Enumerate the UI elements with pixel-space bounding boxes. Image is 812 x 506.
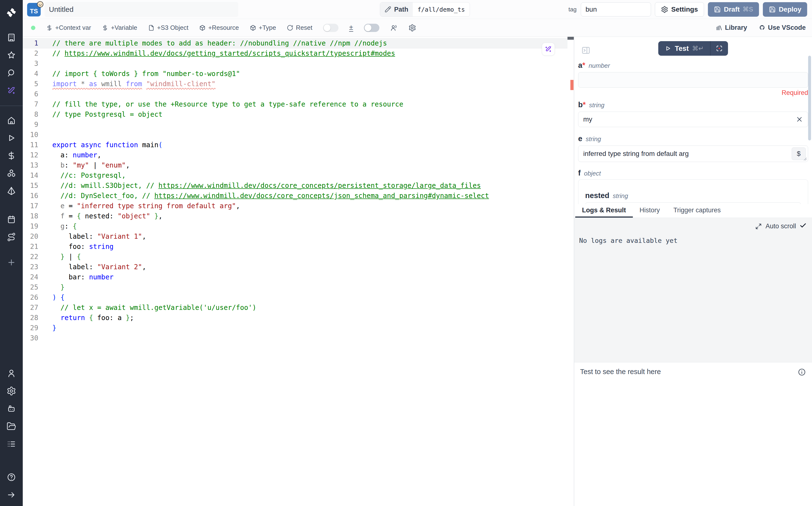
tab-trigger-captures[interactable]: Trigger captures bbox=[667, 204, 728, 218]
help-icon[interactable] bbox=[0, 468, 23, 486]
code-line-14[interactable]: 14 //c: Postgresql, bbox=[23, 170, 574, 181]
add-type-button[interactable]: +Type bbox=[250, 24, 276, 31]
result-tabs: Logs & Result History Trigger captures bbox=[574, 204, 812, 218]
tag-label: tag bbox=[568, 6, 576, 13]
code-line-19[interactable]: 19 g: { bbox=[23, 221, 574, 232]
form-scrollbar[interactable] bbox=[808, 56, 811, 141]
field-e-input[interactable] bbox=[578, 146, 808, 162]
code-line-29[interactable]: 29} bbox=[23, 323, 574, 333]
tab-history[interactable]: History bbox=[633, 204, 667, 218]
dollar-icon[interactable] bbox=[0, 147, 23, 164]
gear-icon[interactable] bbox=[0, 382, 23, 400]
add-variable-button[interactable]: +Variable bbox=[102, 24, 137, 31]
diff-toggle[interactable] bbox=[323, 24, 339, 32]
code-line-10[interactable]: 10 bbox=[23, 130, 574, 140]
code-lines[interactable]: 1// there are multiple modes to add as h… bbox=[23, 37, 574, 343]
route-icon[interactable] bbox=[0, 228, 23, 246]
boxes-icon[interactable] bbox=[0, 164, 23, 182]
star-icon[interactable] bbox=[0, 46, 23, 64]
line-number: 21 bbox=[23, 242, 38, 252]
code-line-5[interactable]: 5import * as wmill from "windmill-client… bbox=[23, 79, 574, 89]
use-vscode-button[interactable]: Use VScode bbox=[759, 24, 806, 31]
add-resource-button[interactable]: +Resource bbox=[199, 24, 239, 31]
user-icon[interactable] bbox=[0, 364, 23, 382]
test-button[interactable]: Test ⌘↵ bbox=[658, 41, 710, 56]
field-a-input[interactable] bbox=[578, 72, 808, 88]
calendar-icon[interactable] bbox=[0, 210, 23, 228]
resize-handle-icon[interactable] bbox=[803, 157, 807, 161]
code-line-20[interactable]: 20 label: "Variant 1", bbox=[23, 232, 574, 242]
args-form: Test ⌘↵ a* number bbox=[574, 37, 812, 204]
line-number: 25 bbox=[23, 282, 38, 292]
code-line-17[interactable]: 17 e = "inferred type string from defaul… bbox=[23, 201, 574, 211]
code-line-6[interactable]: 6 bbox=[23, 89, 574, 99]
code-line-15[interactable]: 15 //d: wmill.S3Object, // https://www.w… bbox=[23, 181, 574, 191]
code-line-8[interactable]: 8// type Postgresql = object bbox=[23, 109, 574, 119]
add-context-var-button[interactable]: +Context var bbox=[46, 24, 91, 31]
code-line-11[interactable]: 11export async function main( bbox=[23, 140, 574, 150]
list-icon[interactable] bbox=[0, 435, 23, 453]
settings-button[interactable]: Settings bbox=[655, 2, 704, 17]
code-line-4[interactable]: 4// import { toWords } from "number-to-w… bbox=[23, 69, 574, 79]
field-nested-input[interactable] bbox=[585, 202, 801, 204]
code-line-30[interactable]: 30 bbox=[23, 333, 574, 343]
scrollbar-thumb[interactable] bbox=[567, 37, 574, 40]
auto-scroll-toggle[interactable]: Auto scroll bbox=[755, 222, 807, 231]
code-line-24[interactable]: 24 bar: number bbox=[23, 272, 574, 282]
windmill-logo-icon[interactable] bbox=[0, 3, 23, 22]
code-line-21[interactable]: 21 foo: string bbox=[23, 242, 574, 252]
search-icon[interactable] bbox=[0, 64, 23, 82]
path-button[interactable]: Path f/all/demo_ts bbox=[380, 2, 470, 17]
clear-icon[interactable] bbox=[796, 115, 803, 123]
collapse-panel-icon[interactable] bbox=[581, 46, 591, 56]
tag-input[interactable] bbox=[581, 2, 651, 16]
code-line-25[interactable]: 25 } bbox=[23, 282, 574, 292]
capture-test-button[interactable] bbox=[710, 41, 728, 56]
plus-minus-button[interactable]: ± bbox=[349, 24, 353, 32]
code-line-23[interactable]: 23 label: "Variant 2", bbox=[23, 262, 574, 272]
draft-label: Draft bbox=[724, 6, 740, 13]
run-as-user-toggle[interactable] bbox=[364, 24, 379, 32]
field-a-required-note: Required bbox=[578, 89, 808, 97]
code-line-12[interactable]: 12 a: number, bbox=[23, 150, 574, 160]
code-line-28[interactable]: 28 return { foo: a }; bbox=[23, 313, 574, 323]
code-line-7[interactable]: 7// fill the type, or use the +Resource … bbox=[23, 99, 574, 109]
folder-icon[interactable] bbox=[0, 417, 23, 435]
plus-icon[interactable] bbox=[0, 253, 23, 271]
bot-icon[interactable] bbox=[0, 400, 23, 417]
library-button[interactable]: Library bbox=[716, 24, 747, 31]
tab-logs-result[interactable]: Logs & Result bbox=[575, 204, 633, 218]
code-line-9[interactable]: 9 bbox=[23, 119, 574, 130]
info-icon[interactable] bbox=[798, 368, 806, 377]
code-editor[interactable]: 1// there are multiple modes to add as h… bbox=[23, 37, 574, 506]
add-s3-object-button[interactable]: +S3 Object bbox=[148, 24, 188, 31]
ai-assistant-button[interactable] bbox=[542, 43, 555, 56]
code-line-26[interactable]: 26) { bbox=[23, 292, 574, 303]
line-number: 9 bbox=[23, 119, 38, 130]
code-line-22[interactable]: 22 } | { bbox=[23, 252, 574, 262]
draft-button[interactable]: Draft ⌘S bbox=[708, 2, 759, 17]
code-line-16[interactable]: 16 //d: DynSelect_foo, // https://www.wi… bbox=[23, 191, 574, 201]
code-line-27[interactable]: 27 // let x = await wmill.getVariable('u… bbox=[23, 303, 574, 313]
reset-button[interactable]: Reset bbox=[287, 24, 312, 31]
code-line-1[interactable]: 1// there are multiple modes to add as h… bbox=[23, 38, 574, 49]
field-b-input[interactable] bbox=[578, 112, 808, 127]
editor-settings-gear-icon[interactable] bbox=[409, 24, 416, 32]
magic-wand-icon bbox=[544, 45, 552, 53]
wand-icon[interactable] bbox=[0, 82, 23, 99]
path-value: f/all/demo_ts bbox=[413, 6, 470, 13]
arrow-right-icon[interactable] bbox=[0, 486, 23, 504]
user-voice-icon[interactable] bbox=[390, 24, 398, 32]
code-line-18[interactable]: 18 f = { nested: "object" }, bbox=[23, 211, 574, 221]
deploy-button[interactable]: Deploy bbox=[763, 2, 807, 17]
home-icon[interactable] bbox=[0, 111, 23, 129]
pyramid-icon[interactable] bbox=[0, 182, 23, 200]
code-line-2[interactable]: 2// https://www.windmill.dev/docs/gettin… bbox=[23, 49, 574, 59]
building-icon[interactable] bbox=[0, 28, 23, 46]
code-line-13[interactable]: 13 b: "my" | "enum", bbox=[23, 160, 574, 170]
play-icon[interactable] bbox=[0, 129, 23, 147]
script-title-input[interactable]: Untitled bbox=[44, 2, 238, 17]
line-number: 28 bbox=[23, 313, 38, 323]
editor-scrollbar[interactable] bbox=[567, 37, 574, 506]
code-line-3[interactable]: 3 bbox=[23, 59, 574, 69]
